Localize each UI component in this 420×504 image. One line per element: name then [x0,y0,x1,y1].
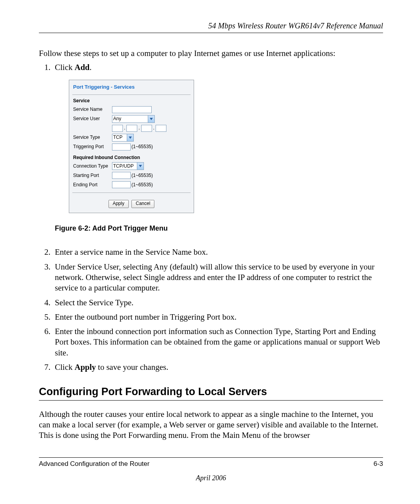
triggering-port-input[interactable] [112,144,131,150]
step-2: Enter a service name in the Service Name… [52,247,383,257]
service-name-input[interactable] [112,106,152,113]
step-7-post: to save your changes. [96,362,168,372]
step-1-pre: Click [55,63,75,72]
cancel-button[interactable]: Cancel [131,200,154,208]
section-service: Service [73,98,190,104]
footer-date: April 2006 [39,474,383,482]
page-footer: Advanced Configuration of the Router 6-3… [39,457,383,482]
section-paragraph: Although the router causes your entire l… [39,409,383,441]
ip-address-group: . . . [112,125,166,132]
label-service-type: Service Type [73,135,112,141]
chevron-down-icon [148,116,154,122]
figure-wrap: Port Triggering - Services Service Servi… [69,80,383,213]
panel-title: Port Triggering - Services [73,83,190,94]
label-service-name: Service Name [73,107,112,113]
divider [39,400,383,401]
step-6: Enter the inbound connection port inform… [52,326,383,358]
label-connection-type: Connection Type [73,163,112,170]
step-1: Click Add. Port Triggering - Services Se… [52,62,383,233]
connection-type-select[interactable]: TCP/UDP [112,162,144,170]
step-7-pre: Click [55,362,75,372]
triggering-port-hint: (1~65535) [131,144,153,150]
step-7: Click Apply to save your changes. [52,362,383,373]
label-triggering-port: Triggering Port [73,144,112,150]
apply-button[interactable]: Apply [108,200,129,208]
ip-octet-4[interactable] [156,125,166,132]
step-1-post: . [89,63,91,72]
service-user-select[interactable]: Any [112,115,155,123]
intro-text: Follow these steps to set up a computer … [39,49,383,58]
step-7-bold: Apply [75,362,96,372]
step-4: Select the Service Type. [52,298,383,308]
page-header: 54 Mbps Wireless Router WGR614v7 Referen… [39,21,383,33]
section-heading: Configuring Port Forwarding to Local Ser… [39,386,383,398]
footer-right: 6-3 [373,460,383,468]
step-list: Click Add. Port Triggering - Services Se… [43,62,383,373]
footer-left: Advanced Configuration of the Router [39,460,149,468]
connection-type-value: TCP/UDP [113,163,134,170]
starting-port-hint: (1~65535) [131,173,153,179]
ending-port-hint: (1~65535) [131,182,153,188]
step-3: Under Service User, selecting Any (defau… [52,262,383,294]
label-service-user: Service User [73,116,112,122]
ending-port-input[interactable] [112,181,131,188]
starting-port-input[interactable] [112,172,131,179]
ip-octet-3[interactable] [141,125,152,132]
figure-caption: Figure 6-2: Add Port Trigger Menu [55,224,383,233]
port-triggering-panel: Port Triggering - Services Service Servi… [69,80,194,213]
service-type-select[interactable]: TCP [112,134,134,142]
step-1-bold: Add [75,63,90,72]
chevron-down-icon [127,134,133,141]
step-5: Enter the outbound port number in Trigge… [52,312,383,322]
label-starting-port: Starting Port [73,173,112,179]
label-ending-port: Ending Port [73,182,112,188]
service-type-value: TCP [113,135,122,141]
ip-octet-1[interactable] [112,125,123,132]
section-inbound: Required Inbound Connection [73,155,190,161]
ip-octet-2[interactable] [126,125,137,132]
chevron-down-icon [137,163,144,170]
service-user-value: Any [113,116,121,122]
